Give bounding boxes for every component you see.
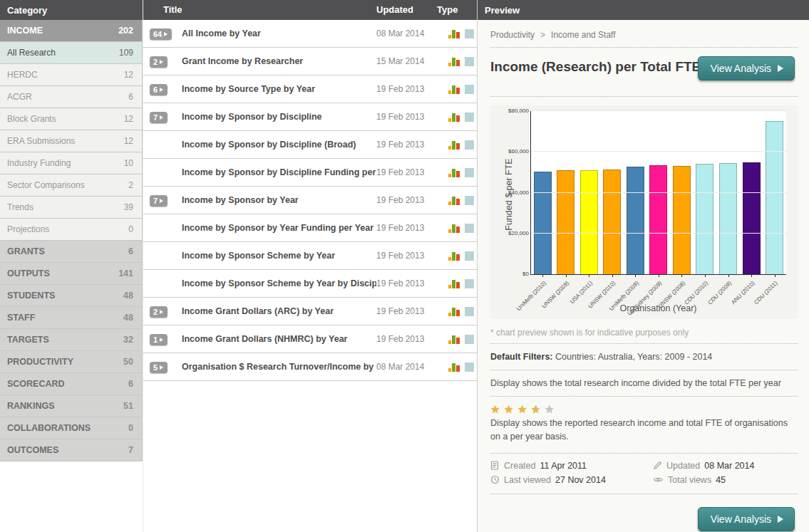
bar-chart-type-icon[interactable] [448,251,460,261]
table-row-income-by-sponsor-by-discipline[interactable]: 7Income by Sponsor by Discipline19 Feb 2… [143,103,477,131]
bar-chart-type-icon[interactable] [448,279,460,288]
version-badge[interactable]: 7 [150,195,168,207]
bar-chart-type-icon[interactable] [448,363,460,372]
bar-chart-type-icon[interactable] [448,196,460,205]
table-type-icon[interactable] [465,140,474,150]
table-type-icon[interactable] [465,29,474,38]
version-badge[interactable]: 6 [150,84,168,95]
table-type-icon[interactable] [465,363,474,372]
chart-bar-unisydney-2009[interactable] [649,165,667,274]
chart-bar-usa-2011[interactable] [580,170,598,274]
star-icon[interactable]: ★ [504,403,516,415]
bar-chart-type-icon[interactable] [448,224,460,233]
chart-bar-unsw-2009[interactable] [557,170,574,274]
table-row-all-income-by-year[interactable]: 64All Income by Year08 Mar 2014 [143,20,477,48]
sidebar-item-acgr[interactable]: ACGR6 [0,86,142,108]
star-rating: ★★★★★★ [490,402,798,415]
table-type-icon[interactable] [465,335,474,344]
version-badge[interactable]: 1 [150,334,168,345]
view-analysis-label: View Analysis [711,513,771,525]
star-icon[interactable]: ★ [545,403,557,415]
table-row-income-grant-dollars-nhmrc-by-year[interactable]: 1Income Grant Dollars (NHMRC) by Year19 … [143,325,477,353]
table-row-grant-income-by-researcher[interactable]: 2Grant Income by Researcher15 Mar 2014 [143,48,477,75]
sidebar-item-targets[interactable]: TARGETS32 [0,329,142,351]
sidebar-item-staff[interactable]: STAFF48 [0,307,142,329]
default-filters-value: Countries: Australia, Years: 2009 - 2014 [555,352,712,362]
chart-bar-unimelb-2010[interactable] [534,172,552,274]
sidebar-item-grants[interactable]: GRANTS6 [0,241,142,263]
chart-bar-cdu-2011[interactable] [766,121,783,274]
sidebar-list: INCOME202All Research109HERDC12ACGR6Bloc… [0,20,143,461]
sidebar-item-count: 2 [128,180,133,190]
bar-chart-type-icon[interactable] [448,335,460,344]
table-type-icon[interactable] [465,279,474,288]
version-badge[interactable]: 7 [150,112,168,123]
chart-bar-unsw-2010[interactable] [603,169,621,274]
sidebar-item-all-research[interactable]: All Research109 [0,42,142,64]
sidebar-item-projections[interactable]: Projections0 [0,219,142,241]
bar-chart-type-icon[interactable] [448,85,460,94]
sidebar-item-rankings[interactable]: RANKINGS51 [0,395,142,417]
sidebar-item-count: 10 [124,158,133,168]
table-row-organisation-research-turnover-income-by-year[interactable]: 5Organisation $ Research Turnover/Income… [143,353,477,381]
table-row-income-by-sponsor-by-year-funding-per-year[interactable]: Income by Sponsor by Year Funding per Ye… [143,214,477,242]
sidebar-item-trends[interactable]: Trends39 [0,197,142,219]
sidebar-item-collaborations[interactable]: COLLABORATIONS0 [0,417,142,439]
table-row-income-by-sponsor-by-discipline-broad[interactable]: Income by Sponsor by Discipline (Broad)1… [143,131,477,159]
sidebar-item-era-submissions[interactable]: ERA Submissions12 [0,130,142,152]
divider [490,96,798,97]
table-row-income-by-sponsor-by-discipline-funding-per-year[interactable]: Income by Sponsor by Discipline Funding … [143,159,477,187]
sidebar-item-productivity[interactable]: PRODUCTIVITY50 [0,351,142,373]
bar-chart-type-icon[interactable] [448,29,460,38]
preview-title-row: Income (Research) per Total FTE View Ana… [490,53,798,90]
view-analysis-button-top[interactable]: View Analysis [698,56,795,80]
version-badge[interactable]: 2 [150,306,168,318]
x-tick-label: CDU (2010) [684,280,710,306]
bar-chart-type-icon[interactable] [448,140,460,150]
row-type-icons [437,168,477,177]
chart-bar-cdu-2009[interactable] [719,163,737,274]
bar-chart-type-icon[interactable] [448,307,460,316]
sidebar-item-income[interactable]: INCOME202 [0,20,142,42]
sidebar-item-scorecard[interactable]: SCORECARD6 [0,373,142,395]
table-type-icon[interactable] [465,196,474,205]
bar-chart-type-icon[interactable] [448,113,460,122]
table-row-income-by-source-type-by-year[interactable]: 6Income by Source Type by Year19 Feb 201… [143,75,477,103]
table-type-icon[interactable] [465,168,474,177]
star-icon[interactable]: ★ [517,403,530,415]
table-type-icon[interactable] [465,251,474,261]
star-icon[interactable]: ★ [490,403,503,415]
breadcrumb-item-income-and-staff[interactable]: Income and Staff [551,30,616,40]
table-type-icon[interactable] [465,113,474,122]
row-updated-date: 15 Mar 2014 [376,56,437,66]
table-type-icon[interactable] [465,57,474,66]
version-badge[interactable]: 64 [150,28,172,40]
chart-bar-unimelb-2009[interactable] [627,167,644,274]
chart-bar-cdu-2010[interactable] [696,164,713,274]
sidebar-item-block-grants[interactable]: Block Grants12 [0,108,142,130]
bar-chart-type-icon[interactable] [448,168,460,177]
sidebar-item-outputs[interactable]: OUTPUTS141 [0,263,142,285]
star-icon[interactable]: ★★ [531,403,543,415]
play-arrow-icon [778,65,783,72]
table-type-icon[interactable] [465,224,474,233]
version-badge[interactable]: 5 [150,362,168,373]
sidebar-item-students[interactable]: STUDENTS48 [0,285,142,307]
table-row-income-by-sponsor-scheme-by-year-by-discipline[interactable]: Income by Sponsor Scheme by Year by Disc… [143,270,477,298]
chart-bar-anu-2010[interactable] [743,162,761,274]
table-row-income-by-sponsor-scheme-by-year[interactable]: Income by Sponsor Scheme by Year19 Feb 2… [143,242,477,270]
table-type-icon[interactable] [465,307,474,316]
table-type-icon[interactable] [465,85,474,94]
table-row-income-grant-dollars-arc-by-year[interactable]: 2Income Grant Dollars (ARC) by Year19 Fe… [143,298,477,325]
sidebar-item-sector-comparisons[interactable]: Sector Comparisons2 [0,174,142,197]
sidebar-item-herdc[interactable]: HERDC12 [0,64,142,86]
chart-bar-unsw-2008[interactable] [673,166,691,274]
breadcrumb-item-productivity[interactable]: Productivity [490,30,535,40]
table-row-income-by-sponsor-by-year[interactable]: 7Income by Sponsor by Year19 Feb 2013 [143,187,477,214]
version-badge[interactable]: 2 [150,56,168,68]
sidebar-item-industry-funding[interactable]: Industry Funding10 [0,152,142,174]
y-tick-label: $80,000 [508,108,529,114]
sidebar-item-outcomes[interactable]: OUTCOMES7 [0,439,142,461]
bar-chart-type-icon[interactable] [448,57,460,66]
view-analysis-button-bottom[interactable]: View Analysis [698,507,795,531]
